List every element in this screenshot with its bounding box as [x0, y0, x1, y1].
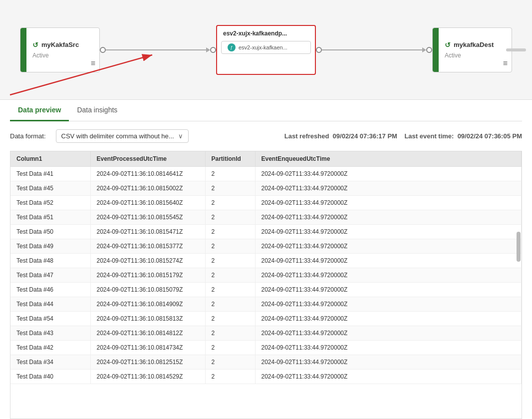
source-node[interactable]: ↺ myKakfaSrc Active ≡ — [20, 27, 100, 72]
table-row: Test Data #402024-09-02T11:36:10.0814529… — [10, 370, 522, 384]
chevron-down-icon: ∨ — [178, 132, 183, 140]
source-back-icon: ↺ — [32, 41, 38, 49]
table-row: Test Data #462024-09-02T11:36:10.0815079… — [10, 283, 522, 297]
kafka-icon: ƒ — [228, 43, 236, 51]
connector-line-2 — [322, 49, 422, 50]
dest-back-icon: ↺ — [445, 41, 451, 49]
tabs-bar: Data preview Data insights — [10, 100, 522, 121]
format-label: Data format: — [10, 132, 46, 140]
data-table: Column1 EventProcessedUtcTime PartitionI… — [10, 151, 522, 384]
refresh-label: Last refreshed — [284, 132, 329, 140]
dest-content: ↺ mykafkaDest Active — [439, 37, 512, 63]
destination-node[interactable]: ↺ mykafkaDest Active ≡ — [432, 27, 512, 72]
toolbar: Data format: CSV with delimiter comma wi… — [10, 129, 522, 143]
table-row: Test Data #442024-09-02T11:36:10.0814909… — [10, 297, 522, 312]
connector-dot-2 — [210, 47, 216, 53]
middle-title: esv2-xujx-kafkaendp... — [217, 26, 315, 39]
table-row: Test Data #432024-09-02T11:36:10.0814812… — [10, 326, 522, 341]
middle-node[interactable]: esv2-xujx-kafkaendp... ƒ esv2-xujx-kafka… — [216, 25, 316, 75]
dest-status: Active — [445, 52, 506, 59]
table-row: Test Data #492024-09-02T11:36:10.0815377… — [10, 239, 522, 254]
source-status: Active — [32, 52, 93, 59]
connector-dot-3 — [316, 47, 322, 53]
tab-data-preview[interactable]: Data preview — [10, 100, 69, 121]
source-green-bar — [20, 28, 26, 72]
refresh-time: 09/02/24 07:36:17 PM — [333, 132, 397, 140]
table-row: Test Data #342024-09-02T11:36:10.0812515… — [10, 355, 522, 370]
table-row: Test Data #522024-09-02T11:36:10.0815640… — [10, 196, 522, 210]
data-table-container[interactable]: Column1 EventProcessedUtcTime PartitionI… — [10, 151, 522, 419]
tab-data-insights[interactable]: Data insights — [69, 100, 125, 121]
pipeline-area: ↺ myKakfaSrc Active ≡ esv2-xujx-kafkaend… — [0, 0, 532, 100]
col-header-column1[interactable]: Column1 — [10, 151, 90, 167]
dest-menu-icon[interactable]: ≡ — [503, 59, 508, 68]
source-menu-icon[interactable]: ≡ — [91, 59, 95, 68]
table-row: Test Data #472024-09-02T11:36:10.0815179… — [10, 268, 522, 283]
resize-handle[interactable] — [506, 48, 526, 51]
middle-subtitle: esv2-xujx-kafkaen... — [239, 44, 287, 50]
table-row: Test Data #482024-09-02T11:36:10.0815274… — [10, 254, 522, 268]
col-header-partition-id[interactable]: PartitionId — [205, 151, 255, 167]
table-row: Test Data #512024-09-02T11:36:10.0815545… — [10, 210, 522, 225]
table-row: Test Data #412024-09-02T11:36:10.0814641… — [10, 167, 522, 181]
col-header-event-enqueued[interactable]: EventEnqueuedUtcTime — [255, 151, 522, 167]
source-title: ↺ myKakfaSrc — [32, 41, 93, 49]
format-value: CSV with delimiter comma without he... — [61, 132, 174, 140]
connector-line-1 — [106, 49, 206, 50]
event-time: 09/02/24 07:36:05 PM — [458, 132, 522, 140]
dest-title: ↺ mykafkaDest — [445, 41, 506, 49]
event-label: Last event time: — [404, 132, 454, 140]
connector-dot-1 — [100, 47, 106, 53]
scrollbar[interactable] — [517, 232, 521, 262]
dest-green-bar — [433, 28, 439, 72]
table-row: Test Data #502024-09-02T11:36:10.0815471… — [10, 225, 522, 239]
connector-dot-4 — [426, 47, 432, 53]
format-select[interactable]: CSV with delimiter comma without he... ∨ — [56, 129, 189, 143]
table-row: Test Data #422024-09-02T11:36:10.0814734… — [10, 341, 522, 355]
middle-sub: ƒ esv2-xujx-kafkaen... — [221, 41, 311, 54]
bottom-panel: Data preview Data insights Data format: … — [0, 100, 532, 419]
connector-arrow-2 — [422, 47, 426, 52]
connector-arrow-1 — [206, 47, 210, 52]
col-header-event-processed[interactable]: EventProcessedUtcTime — [90, 151, 205, 167]
source-content: ↺ myKakfaSrc Active — [26, 37, 99, 63]
table-row: Test Data #452024-09-02T11:36:10.0815002… — [10, 181, 522, 196]
refresh-info: Last refreshed 09/02/24 07:36:17 PM Last… — [284, 132, 522, 140]
table-row: Test Data #542024-09-02T11:36:10.0815813… — [10, 312, 522, 326]
